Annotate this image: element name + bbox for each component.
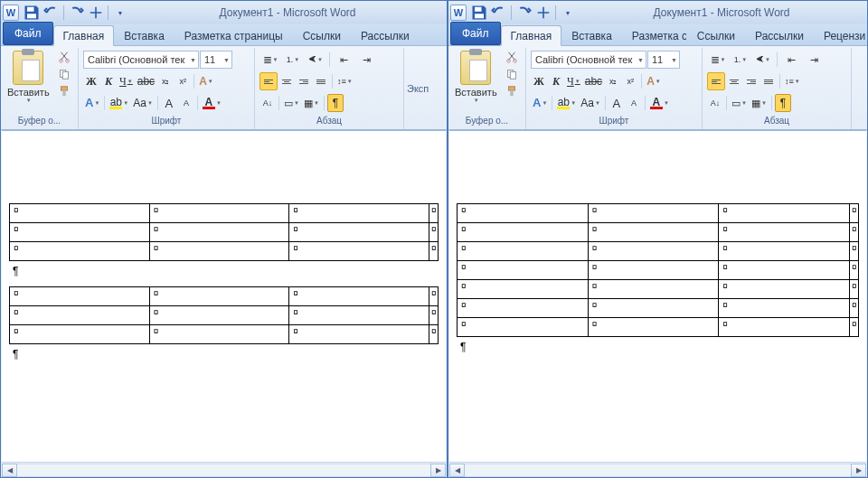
table-row[interactable] <box>458 280 859 299</box>
shrink-font-button[interactable]: A <box>626 94 642 112</box>
multilevel-list-button[interactable]: ▼ <box>305 51 326 69</box>
table-row[interactable] <box>458 318 859 337</box>
cut-icon[interactable] <box>504 50 520 64</box>
tab-pagelayout[interactable]: Разметка страниц <box>622 25 687 45</box>
text-style-button[interactable]: A▼ <box>531 94 549 112</box>
shading-button[interactable]: ▼ <box>730 94 749 112</box>
change-case-button[interactable]: Aa▼ <box>579 94 602 112</box>
underline-button[interactable]: Ч▼ <box>118 72 135 90</box>
table-cell[interactable] <box>149 287 289 306</box>
tab-pagelayout[interactable]: Разметка страницы <box>175 25 293 45</box>
shrink-font-button[interactable]: A <box>178 94 194 112</box>
tab-home[interactable]: Главная <box>501 25 562 46</box>
numbering-button[interactable]: ▼ <box>282 51 304 69</box>
text-style-button[interactable]: A▼ <box>83 94 101 112</box>
tab-file[interactable]: Файл <box>450 22 501 45</box>
superscript-button[interactable]: x² <box>175 72 191 90</box>
table-row[interactable] <box>458 242 859 261</box>
table-cell[interactable] <box>458 223 589 242</box>
highlight-button[interactable]: ab▼ <box>108 94 130 112</box>
table-row[interactable] <box>10 204 439 223</box>
superscript-button[interactable]: x² <box>622 72 638 90</box>
tab-mailings[interactable]: Рассылки <box>745 25 814 45</box>
scroll-left-icon[interactable]: ◀ <box>449 464 465 477</box>
font-name-combo[interactable]: Calibri (Основной тек▼ <box>531 51 646 69</box>
table-cell[interactable] <box>10 204 150 223</box>
grow-font-button[interactable]: A <box>609 94 625 112</box>
font-name-combo[interactable]: Calibri (Основной тек▼ <box>83 51 199 69</box>
tab-home[interactable]: Главная <box>53 25 115 46</box>
table-cell[interactable] <box>588 299 719 318</box>
borders-button[interactable]: ▼ <box>750 94 769 112</box>
align-right-button[interactable] <box>296 72 312 90</box>
table-cell[interactable] <box>289 325 429 344</box>
table-row[interactable] <box>458 261 859 280</box>
font-color-button[interactable]: A▼ <box>201 94 223 112</box>
table-cell[interactable] <box>588 242 719 261</box>
decrease-indent-button[interactable] <box>780 51 802 69</box>
increase-indent-button[interactable] <box>803 51 825 69</box>
align-left-button[interactable] <box>259 72 278 90</box>
table-row[interactable] <box>10 287 439 306</box>
tab-references[interactable]: Ссылки <box>293 25 351 45</box>
table-cell[interactable] <box>719 318 850 337</box>
text-effects-button[interactable]: A▼ <box>197 72 215 90</box>
document-table[interactable] <box>457 203 859 337</box>
line-spacing-button[interactable]: ▼ <box>783 72 802 90</box>
format-painter-icon[interactable] <box>56 84 72 98</box>
italic-button[interactable]: К <box>100 72 117 90</box>
table-cell[interactable] <box>10 306 150 325</box>
bold-button[interactable]: Ж <box>83 72 99 90</box>
document-table-2[interactable] <box>9 286 439 344</box>
qat-redo-icon[interactable] <box>67 4 85 22</box>
horizontal-scrollbar[interactable]: ◀ ▶ <box>2 462 446 477</box>
font-size-combo[interactable]: 11▼ <box>647 51 680 69</box>
table-cell[interactable] <box>149 325 289 344</box>
table-cell[interactable] <box>588 204 719 223</box>
table-row[interactable] <box>10 242 439 261</box>
table-row[interactable] <box>458 204 859 223</box>
show-hide-marks-button[interactable]: ¶ <box>327 94 344 112</box>
copy-icon[interactable] <box>504 67 520 81</box>
tab-review[interactable]: Рецензиро <box>814 25 867 45</box>
qat-customize-dropdown-icon[interactable]: ▼ <box>559 4 577 22</box>
qat-extra-icon[interactable] <box>534 4 552 22</box>
strikethrough-button[interactable]: abc <box>136 72 156 90</box>
bullets-button[interactable]: ▼ <box>259 51 281 69</box>
scroll-track[interactable] <box>17 464 430 477</box>
format-painter-icon[interactable] <box>504 84 520 98</box>
table-cell[interactable] <box>10 242 150 261</box>
sort-button[interactable] <box>259 94 276 112</box>
borders-button[interactable]: ▼ <box>302 94 321 112</box>
italic-button[interactable]: К <box>548 72 564 90</box>
change-case-button[interactable]: Aa▼ <box>131 94 155 112</box>
table-cell[interactable] <box>289 306 429 325</box>
document-table-1[interactable] <box>9 203 439 261</box>
table-row[interactable] <box>458 299 859 318</box>
highlight-button[interactable]: ab▼ <box>555 94 578 112</box>
tab-insert[interactable]: Вставка <box>114 25 175 45</box>
align-center-button[interactable] <box>726 72 742 90</box>
table-row[interactable] <box>10 325 439 344</box>
titlebar[interactable]: W ▼ Документ1 - Microsoft Word <box>448 1 867 24</box>
table-row[interactable] <box>10 306 439 325</box>
table-row[interactable] <box>10 223 439 242</box>
qat-save-icon[interactable] <box>470 4 488 22</box>
scroll-track[interactable] <box>465 464 851 477</box>
grow-font-button[interactable]: A <box>161 94 177 112</box>
table-cell[interactable] <box>719 204 850 223</box>
align-justify-button[interactable] <box>313 72 329 90</box>
underline-button[interactable]: Ч▼ <box>565 72 582 90</box>
table-cell[interactable] <box>149 242 289 261</box>
tab-references[interactable]: Ссылки <box>687 25 745 45</box>
copy-icon[interactable] <box>56 67 72 81</box>
align-center-button[interactable] <box>278 72 295 90</box>
qat-redo-icon[interactable] <box>514 4 533 22</box>
table-cell[interactable] <box>588 318 719 337</box>
table-cell[interactable] <box>458 318 589 337</box>
table-cell[interactable] <box>719 223 850 242</box>
word-app-icon[interactable]: W <box>3 5 19 21</box>
qat-undo-icon[interactable] <box>490 4 508 22</box>
table-cell[interactable] <box>458 261 589 280</box>
tab-mailings[interactable]: Рассылки <box>351 25 420 45</box>
